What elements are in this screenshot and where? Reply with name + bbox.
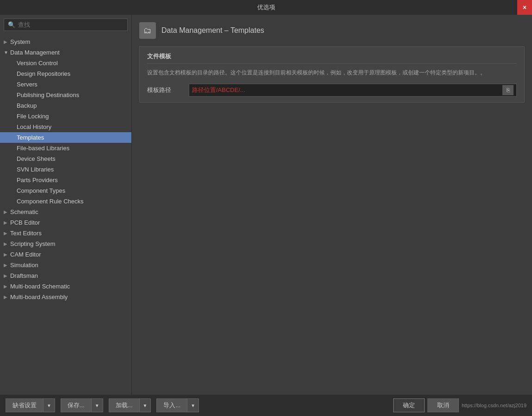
sidebar-item-file-based-libs[interactable]: File-based Libraries xyxy=(0,143,131,153)
sidebar-item-multi-board-schematic[interactable]: ▶Multi-board Schematic xyxy=(0,281,131,292)
sidebar-item-label: File-based Libraries xyxy=(17,145,128,152)
sidebar-item-local-history[interactable]: Local History xyxy=(0,122,131,132)
dialog-title: 优选项 xyxy=(257,3,275,12)
sidebar-item-servers[interactable]: Servers xyxy=(0,79,131,90)
sidebar-item-label: Templates xyxy=(17,134,128,141)
arrow-icon: ▶ xyxy=(4,209,10,214)
search-icon: 🔍 xyxy=(8,21,15,28)
sidebar-item-scripting-system[interactable]: ▶Scripting System xyxy=(0,239,131,249)
nav-tree: ▶System▼Data ManagementVersion ControlDe… xyxy=(0,35,131,395)
load-button[interactable]: 加载... xyxy=(109,398,140,412)
arrow-icon: ▶ xyxy=(4,220,10,225)
load-split-btn: 加载... ▼ xyxy=(109,398,151,412)
arrow-icon: ▼ xyxy=(4,50,10,55)
sidebar-item-draftsman[interactable]: ▶Draftsman xyxy=(0,270,131,281)
sidebar-item-label: Draftsman xyxy=(10,272,128,279)
sidebar-item-label: Simulation xyxy=(10,262,128,269)
import-button[interactable]: 导入... xyxy=(156,398,187,412)
sidebar-item-label: Device Sheets xyxy=(17,155,128,162)
arrow-icon: ▶ xyxy=(4,294,10,300)
sidebar-item-label: Parts Providers xyxy=(17,177,128,184)
sidebar-item-label: Multi-board Schematic xyxy=(10,283,128,290)
bottom-right-buttons: 确定 取消 https://blog.csdn.net/azj2019 xyxy=(393,398,526,412)
arrow-icon: ▶ xyxy=(4,263,10,268)
bottom-bar: 缺省设置 ▼ 保存... ▼ 加载... ▼ 导入... ▼ 确定 取消 htt… xyxy=(0,395,532,416)
main-content: 🔍 ▶System▼Data ManagementVersion Control… xyxy=(0,15,532,395)
panel-icon: 🗂 xyxy=(139,22,156,39)
sidebar-item-label: Component Rule Checks xyxy=(17,198,128,205)
arrow-icon: ▶ xyxy=(4,231,10,236)
default-settings-button[interactable]: 缺省设置 xyxy=(6,398,43,412)
search-box: 🔍 xyxy=(4,18,128,31)
save-arrow[interactable]: ▼ xyxy=(92,398,103,412)
sidebar-item-label: Local History xyxy=(17,123,128,130)
sidebar-item-label: Scripting System xyxy=(10,240,128,247)
sidebar-item-parts-providers[interactable]: Parts Providers xyxy=(0,175,131,185)
sidebar-item-label: Design Repositories xyxy=(17,70,128,77)
sidebar: 🔍 ▶System▼Data ManagementVersion Control… xyxy=(0,15,132,395)
sidebar-item-svn-libraries[interactable]: SVN Libraries xyxy=(0,164,131,175)
sidebar-item-label: PCB Editor xyxy=(10,219,128,226)
field-input-wrap: 路径位置/ABCDE/... ⎘ xyxy=(189,84,517,97)
panel-title: Data Management – Templates xyxy=(161,26,264,35)
load-arrow[interactable]: ▼ xyxy=(140,398,151,412)
sidebar-item-design-repos[interactable]: Design Repositories xyxy=(0,68,131,79)
cancel-button[interactable]: 取消 xyxy=(427,398,459,412)
sidebar-item-backup[interactable]: Backup xyxy=(0,100,131,111)
sidebar-item-data-management[interactable]: ▼Data Management xyxy=(0,47,131,58)
template-path-value: 路径位置/ABCDE/... xyxy=(192,86,502,94)
sidebar-item-pcb-editor[interactable]: ▶PCB Editor xyxy=(0,217,131,228)
sidebar-item-device-sheets[interactable]: Device Sheets xyxy=(0,153,131,164)
sidebar-item-label: Text Editors xyxy=(10,230,128,237)
section-description: 设置包含文档模板的目录的路径。这个位置是连接到目前相关模板的时候，例如，改变用于… xyxy=(147,68,517,77)
sidebar-item-component-types[interactable]: Component Types xyxy=(0,185,131,196)
sidebar-item-text-editors[interactable]: ▶Text Editors xyxy=(0,228,131,239)
sidebar-item-file-locking[interactable]: File Locking xyxy=(0,111,131,122)
title-bar: 优选项 × xyxy=(0,0,532,15)
right-panel: 🗂 Data Management – Templates 文件模板 设置包含文… xyxy=(132,15,532,395)
arrow-icon: ▶ xyxy=(4,241,10,246)
panel-icon-symbol: 🗂 xyxy=(143,26,152,36)
default-settings-split-btn: 缺省设置 ▼ xyxy=(6,398,55,412)
sidebar-item-label: Backup xyxy=(17,102,128,109)
sidebar-item-label: Servers xyxy=(17,81,128,88)
sidebar-item-label: Multi-board Assembly xyxy=(10,294,128,300)
field-label: 模板路径 xyxy=(147,86,184,94)
sidebar-item-system[interactable]: ▶System xyxy=(0,37,131,47)
sidebar-item-label: Publishing Destinations xyxy=(17,92,128,98)
sidebar-item-label: SVN Libraries xyxy=(17,166,128,173)
save-button[interactable]: 保存... xyxy=(61,398,92,412)
sidebar-item-label: Data Management xyxy=(10,49,128,56)
sidebar-item-multi-board-assembly[interactable]: ▶Multi-board Assembly xyxy=(0,292,131,302)
close-button[interactable]: × xyxy=(517,0,532,15)
sidebar-item-label: Component Types xyxy=(17,187,128,194)
url-bar: https://blog.csdn.net/azj2019 xyxy=(462,403,526,408)
import-split-btn: 导入... ▼ xyxy=(156,398,199,412)
sidebar-item-publishing-dest[interactable]: Publishing Destinations xyxy=(0,90,131,100)
section-box: 文件模板 设置包含文档模板的目录的路径。这个位置是连接到目前相关模板的时候，例如… xyxy=(139,46,525,103)
sidebar-item-label: System xyxy=(10,38,128,45)
field-row: 模板路径 路径位置/ABCDE/... ⎘ xyxy=(147,84,517,97)
arrow-icon: ▶ xyxy=(4,39,10,44)
default-settings-arrow[interactable]: ▼ xyxy=(43,398,55,412)
search-input[interactable] xyxy=(18,21,124,28)
sidebar-item-cam-editor[interactable]: ▶CAM Editor xyxy=(0,249,131,260)
sidebar-item-component-rule-checks[interactable]: Component Rule Checks xyxy=(0,196,131,207)
save-split-btn: 保存... ▼ xyxy=(61,398,103,412)
sidebar-item-version-control[interactable]: Version Control xyxy=(0,58,131,68)
sidebar-item-label: Version Control xyxy=(17,60,128,67)
sidebar-item-simulation[interactable]: ▶Simulation xyxy=(0,260,131,270)
bottom-left-buttons: 缺省设置 ▼ 保存... ▼ 加载... ▼ 导入... ▼ xyxy=(6,398,199,412)
sidebar-item-templates[interactable]: Templates xyxy=(0,132,131,143)
arrow-icon: ▶ xyxy=(4,252,10,257)
sidebar-item-label: CAM Editor xyxy=(10,251,128,258)
browse-button[interactable]: ⎘ xyxy=(502,85,513,95)
sidebar-item-label: Schematic xyxy=(10,208,128,215)
confirm-button[interactable]: 确定 xyxy=(393,398,425,412)
import-arrow[interactable]: ▼ xyxy=(187,398,199,412)
arrow-icon: ▶ xyxy=(4,284,10,289)
sidebar-item-schematic[interactable]: ▶Schematic xyxy=(0,207,131,217)
section-title: 文件模板 xyxy=(147,52,517,64)
arrow-icon: ▶ xyxy=(4,273,10,278)
dialog: 优选项 × 🔍 ▶System▼Data ManagementVersion C… xyxy=(0,0,532,416)
